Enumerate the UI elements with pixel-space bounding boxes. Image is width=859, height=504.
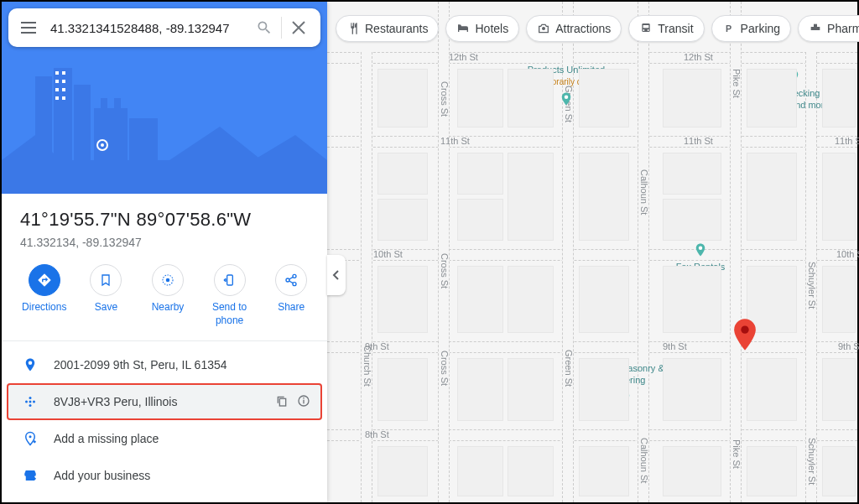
pluscode-icon xyxy=(18,394,42,409)
address-row[interactable]: 2001-2099 9th St, Peru, IL 61354 xyxy=(2,346,327,383)
side-panel: 41°19'55.7"N 89°07'58.6"W 41.332134, -89… xyxy=(2,2,327,502)
nearby-label: Nearby xyxy=(152,301,185,314)
svg-rect-13 xyxy=(62,88,65,91)
svg-point-33 xyxy=(29,435,32,438)
svg-point-23 xyxy=(293,283,296,286)
street-label: 8th St xyxy=(365,429,389,439)
pill-pharmacies[interactable]: Pharmacies xyxy=(798,15,859,42)
street-label: 11th St xyxy=(835,136,859,146)
street-label: Calhoun St xyxy=(639,169,649,215)
street-label: 9th St xyxy=(838,341,859,351)
svg-rect-20 xyxy=(226,275,232,285)
street-label: Church St xyxy=(362,346,372,387)
close-icon[interactable] xyxy=(282,11,315,44)
svg-rect-14 xyxy=(55,96,59,100)
pill-hotels-label: Hotels xyxy=(475,22,508,35)
street-label: Cross St xyxy=(440,81,450,117)
actions-row: Directions Save Nearby Send to phone Sha… xyxy=(2,261,327,341)
svg-rect-9 xyxy=(62,71,65,75)
pluscode-text: 8VJ8+VR3 Peru, Illinois xyxy=(42,395,275,408)
collapse-panel-button[interactable] xyxy=(327,255,346,295)
svg-rect-41 xyxy=(811,27,820,30)
svg-point-21 xyxy=(293,274,296,278)
street-label: 12th St xyxy=(684,52,713,62)
svg-point-36 xyxy=(643,29,645,31)
address-text: 2001-2099 9th St, Peru, IL 61354 xyxy=(42,358,310,372)
coord-decimal: 41.332134, -89.132947 xyxy=(20,236,309,249)
pill-pharmacies-label: Pharmacies xyxy=(827,22,859,35)
search-input[interactable] xyxy=(44,21,247,35)
svg-rect-5 xyxy=(129,118,158,160)
search-bar xyxy=(8,8,320,47)
nearby-icon xyxy=(152,264,184,296)
svg-text:P: P xyxy=(726,23,731,34)
detail-list: 2001-2099 9th St, Peru, IL 61354 8VJ8+VR… xyxy=(2,341,327,504)
pill-parking-label: Parking xyxy=(741,22,780,35)
pill-transit[interactable]: Transit xyxy=(628,15,704,42)
send-to-phone-button[interactable]: Send to phone xyxy=(202,264,258,327)
street-label: Cross St xyxy=(440,351,450,386)
street-label: 10th St xyxy=(836,249,859,259)
pluscode-row[interactable]: 8VJ8+VR3 Peru, Illinois xyxy=(7,383,322,420)
svg-rect-3 xyxy=(74,85,91,160)
pill-attractions[interactable]: Attractions xyxy=(526,15,622,42)
svg-point-27 xyxy=(29,404,32,407)
share-icon xyxy=(275,264,307,296)
directions-label: Directions xyxy=(22,301,66,314)
map-marker[interactable] xyxy=(733,319,757,351)
share-button[interactable]: Share xyxy=(263,264,319,327)
svg-rect-10 xyxy=(55,80,59,83)
pill-restaurants[interactable]: Restaurants xyxy=(336,15,439,42)
save-button[interactable]: Save xyxy=(79,264,134,327)
share-label: Share xyxy=(278,301,305,314)
save-label: Save xyxy=(95,301,117,314)
street-label: Pike St xyxy=(731,69,742,98)
info-icon[interactable] xyxy=(297,394,310,410)
send-label: Send to phone xyxy=(202,301,258,327)
svg-point-22 xyxy=(286,278,289,282)
street-label: 11th St xyxy=(684,136,713,146)
coord-dms: 41°19'55.7"N 89°07'58.6"W xyxy=(20,209,309,231)
pill-restaurants-label: Restaurants xyxy=(365,22,428,35)
svg-point-32 xyxy=(303,397,305,399)
add-business-text: Add your business xyxy=(42,469,310,482)
svg-point-42 xyxy=(565,95,569,99)
skyline-graphic xyxy=(2,51,327,194)
street-label: 10th St xyxy=(373,249,403,259)
svg-rect-1 xyxy=(35,76,52,160)
add-place-row[interactable]: Add a missing place xyxy=(2,420,327,457)
svg-point-25 xyxy=(25,401,28,403)
bookmark-icon xyxy=(90,264,122,296)
svg-rect-38 xyxy=(643,25,649,28)
street-label: Schuyler St xyxy=(807,438,817,485)
directions-icon xyxy=(29,264,60,296)
street-label: 11th St xyxy=(440,136,470,146)
add-business-row[interactable]: Add your business xyxy=(2,457,327,494)
pill-hotels[interactable]: Hotels xyxy=(445,15,519,42)
directions-button[interactable]: Directions xyxy=(17,264,72,327)
app-root: 41°19'55.7"N 89°07'58.6"W 41.332134, -89… xyxy=(0,0,859,504)
street-label: 9th St xyxy=(663,341,687,351)
pin-icon xyxy=(18,356,42,374)
copy-icon[interactable] xyxy=(275,394,289,410)
add-label-row[interactable]: Add a label xyxy=(2,494,327,504)
add-place-icon xyxy=(18,429,42,448)
search-icon[interactable] xyxy=(247,11,281,44)
hamburger-menu-icon[interactable] xyxy=(13,13,44,43)
pill-parking[interactable]: PParking xyxy=(711,15,791,42)
street-label: 12th St xyxy=(449,52,478,62)
category-pills: Restaurants Hotels Attractions Transit P… xyxy=(336,15,859,42)
nearby-button[interactable]: Nearby xyxy=(140,264,195,327)
svg-point-26 xyxy=(33,401,35,403)
street-label: Cross St xyxy=(440,253,450,288)
svg-point-24 xyxy=(29,397,32,399)
map-canvas[interactable]: 12th St 12th St 11th St 11th St 11th St … xyxy=(327,2,857,502)
svg-rect-6 xyxy=(101,98,107,108)
svg-rect-29 xyxy=(279,398,285,406)
svg-rect-0 xyxy=(2,160,327,194)
svg-rect-12 xyxy=(55,88,59,91)
phone-icon xyxy=(214,264,246,296)
svg-point-18 xyxy=(166,278,170,283)
pill-transit-label: Transit xyxy=(658,22,693,35)
pill-attractions-label: Attractions xyxy=(555,22,611,35)
